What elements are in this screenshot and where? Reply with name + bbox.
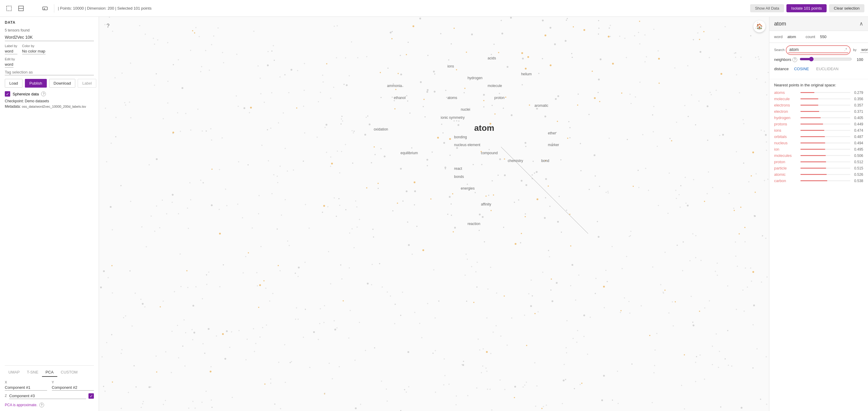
svg-point-325 (438, 300, 439, 301)
svg-point-635 (727, 330, 728, 331)
svg-point-200 (192, 305, 194, 306)
svg-point-885 (656, 333, 657, 334)
nearest-word[interactable]: carbon (774, 178, 798, 183)
show-all-button[interactable]: Show All Data (750, 4, 784, 12)
svg-point-771 (668, 312, 670, 314)
nearest-word[interactable]: protons (774, 122, 798, 126)
search-label: Search (774, 48, 785, 52)
isolate-button[interactable]: Isolate 101 points (786, 4, 827, 12)
svg-point-550 (514, 202, 515, 203)
svg-point-770 (274, 60, 275, 61)
svg-point-145 (432, 151, 433, 153)
sphereize-help-icon[interactable]: ? (41, 91, 46, 96)
download-button[interactable]: Download (49, 79, 75, 88)
component-grid: X Component #1 Y Component #2 (5, 380, 94, 390)
publish-button[interactable]: Publish (25, 79, 47, 88)
svg-point-457 (577, 105, 578, 106)
nearest-word[interactable]: molecule (774, 97, 798, 101)
svg-point-285 (151, 215, 152, 216)
svg-point-313 (406, 391, 407, 393)
neighbors-slider[interactable] (800, 57, 852, 61)
nearest-word[interactable]: hydrogen (774, 116, 798, 120)
nearest-bar (801, 124, 823, 124)
svg-point-686 (330, 283, 331, 285)
nearest-word[interactable]: nucleus (774, 141, 798, 145)
search-regex-toggle[interactable]: .* (843, 47, 848, 53)
nearest-word[interactable]: ion (774, 147, 798, 151)
svg-point-347 (592, 71, 593, 72)
nearest-word[interactable]: proton (774, 159, 798, 164)
dataset-row: Word2Vec 10K (5, 34, 94, 41)
svg-point-645 (710, 92, 711, 93)
svg-point-162 (620, 310, 621, 312)
pca-help-icon[interactable]: ? (39, 403, 44, 407)
svg-point-198 (503, 227, 504, 228)
tab-umap[interactable]: UMAP (5, 368, 23, 377)
x-select[interactable]: Component #1 (5, 385, 47, 390)
svg-point-482 (336, 327, 337, 328)
svg-point-752 (120, 185, 121, 186)
neighbors-help-icon[interactable]: ? (793, 57, 797, 62)
svg-point-443 (766, 276, 768, 277)
svg-point-819 (154, 231, 155, 232)
svg-point-723 (277, 228, 278, 230)
by-select[interactable]: word (860, 47, 868, 53)
svg-point-855 (190, 129, 191, 130)
svg-point-540 (141, 407, 142, 408)
search-input[interactable] (788, 47, 843, 53)
tab-custom[interactable]: CUSTOM (57, 368, 81, 377)
nearest-word[interactable]: ions (774, 128, 798, 133)
svg-point-271 (700, 260, 702, 261)
cosine-button[interactable]: COSINE (792, 66, 811, 72)
dataset-select[interactable]: Word2Vec 10K (5, 34, 94, 41)
tag-selection-input[interactable] (5, 69, 94, 75)
svg-point-846 (338, 198, 340, 199)
clear-selection-button[interactable]: Clear selection (829, 4, 864, 12)
nearest-bar (801, 180, 827, 181)
svg-point-179 (437, 137, 439, 139)
svg-point-793 (336, 57, 337, 58)
svg-point-138 (704, 379, 705, 380)
viz-area[interactable]: ? 🏠 ions acids hydrogen helium ammonia m… (99, 17, 769, 411)
tab-tsne[interactable]: T-SNE (23, 368, 42, 377)
atom-collapse-button[interactable]: ∧ (859, 21, 863, 27)
sphereize-checkbox[interactable] (5, 91, 10, 97)
svg-point-897 (304, 262, 306, 263)
svg-point-165 (657, 146, 658, 147)
nearest-word[interactable]: orbitals (774, 135, 798, 139)
y-select[interactable]: Component #2 (52, 385, 94, 390)
nearest-word[interactable]: electron (774, 109, 798, 114)
svg-point-573 (219, 209, 220, 210)
svg-point-7 (684, 408, 685, 410)
toolbar-info: | Points: 10000 | Dimension: 200 | Selec… (58, 6, 748, 10)
select-box-icon[interactable] (4, 3, 14, 14)
tab-pca[interactable]: PCA (42, 368, 57, 377)
nearest-word[interactable]: atomic (774, 172, 798, 177)
svg-point-263 (425, 116, 426, 118)
svg-point-595 (550, 290, 552, 291)
svg-point-537 (124, 102, 125, 103)
svg-point-816 (112, 382, 113, 383)
atom-count-val: 550 (820, 34, 827, 39)
svg-point-870 (761, 282, 762, 283)
label-by-select[interactable]: word (5, 48, 18, 54)
load-button[interactable]: Load (5, 79, 23, 88)
svg-point-730 (195, 27, 196, 28)
svg-point-269 (392, 210, 394, 211)
svg-point-197 (211, 366, 212, 367)
label-icon[interactable]: A (39, 3, 51, 14)
euclidean-button[interactable]: EUCLIDEAN (814, 66, 840, 72)
z-select[interactable]: Component #3 (9, 393, 86, 399)
edit-by-select[interactable]: word (5, 61, 13, 67)
svg-point-301 (764, 130, 765, 132)
nearest-word[interactable]: particle (774, 166, 798, 170)
nearest-word[interactable]: electrons (774, 103, 798, 108)
nearest-word[interactable]: atoms (774, 90, 798, 95)
z-checkbox[interactable] (89, 393, 94, 399)
night-mode-icon[interactable] (28, 3, 38, 14)
color-by-select[interactable]: No color map (22, 48, 45, 54)
zoom-icon[interactable] (16, 3, 26, 14)
svg-point-439 (206, 274, 207, 275)
nearest-word[interactable]: molecules (774, 153, 798, 158)
label-button[interactable]: Label (78, 79, 96, 88)
